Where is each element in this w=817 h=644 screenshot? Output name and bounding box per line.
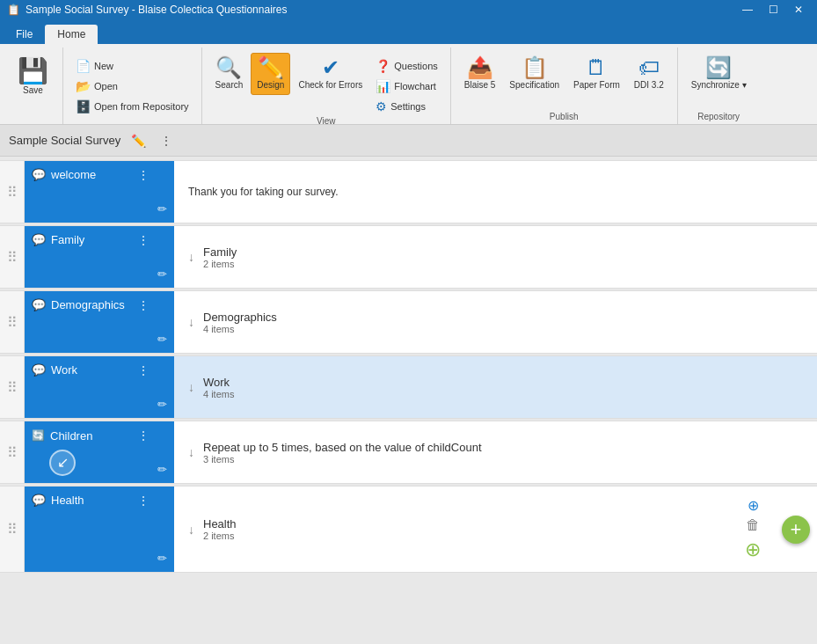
survey-title-bar: Sample Social Survey ✏️ ⋮ <box>0 125 817 157</box>
drag-handle-work[interactable]: ⠿ <box>0 356 25 418</box>
minimize-button[interactable]: — <box>735 2 760 18</box>
health-add-after-button[interactable]: ⊕ <box>745 538 761 561</box>
demographics-title: Demographics <box>203 311 277 324</box>
section-menu-work[interactable]: ⋮ <box>137 363 150 377</box>
sequence-icon-welcome: 💬 <box>32 168 46 181</box>
section-menu-children[interactable]: ⋮ <box>137 428 150 443</box>
specification-button[interactable]: 📋 Specification <box>503 53 565 95</box>
ribbon-group-file: 📄 New 📂 Open 🗄️ Open from Repository <box>63 48 202 124</box>
health-title: Health <box>203 517 237 531</box>
section-edit-demographics[interactable]: ✏ <box>157 333 167 346</box>
survey-title: Sample Social Survey <box>9 134 120 147</box>
tab-home[interactable]: Home <box>45 25 98 44</box>
row-block-health: 💬 Health ⋮ ✏ <box>25 487 174 572</box>
tab-file[interactable]: File <box>4 25 45 44</box>
ribbon-tab-bar: File Home <box>0 19 817 44</box>
health-delete-button[interactable]: 🗑 <box>745 517 761 533</box>
search-button[interactable]: 🔍 Search <box>209 53 250 95</box>
row-block-work: 💬 Work ⋮ ✏ <box>25 356 174 418</box>
table-row: ⠿ 💬 Health ⋮ ✏ ↓ Health 2 items ⊕ 🗑 ⊕ <box>0 486 817 573</box>
save-button[interactable]: 💾 Save <box>11 53 55 99</box>
title-bar-left: 📋 Sample Social Survey - Blaise Colectic… <box>7 4 287 16</box>
drag-handle-demographics[interactable]: ⠿ <box>0 291 25 353</box>
settings-icon: ⚙ <box>376 99 387 113</box>
ribbon-view-items: 🔍 Search ✏️ Design ✔ Check for Errors ❓ … <box>209 49 443 116</box>
section-edit-work[interactable]: ✏ <box>157 398 167 411</box>
ribbon-group-publish: 📤 Blaise 5 📋 Specification 🗒 Paper Form … <box>451 48 678 124</box>
ribbon-save-items: 💾 Save <box>11 49 55 124</box>
check-errors-button[interactable]: ✔ Check for Errors <box>292 53 368 95</box>
sequence-icon-work: 💬 <box>32 363 46 377</box>
survey-edit-button[interactable]: ✏️ <box>128 132 150 150</box>
row-block-tag-children: 🔄 Children <box>32 429 92 443</box>
ribbon-file-items: 📄 New 📂 Open 🗄️ Open from Repository <box>70 49 194 121</box>
synchronize-label: Synchronize ▾ <box>691 80 747 91</box>
ribbon-publish-items: 📤 Blaise 5 📋 Specification 🗒 Paper Form … <box>458 49 670 112</box>
section-edit-family[interactable]: ✏ <box>157 267 167 281</box>
title-bar-controls[interactable]: — ☐ ✕ <box>735 2 810 18</box>
drag-handle-welcome[interactable]: ⠿ <box>0 161 25 223</box>
open-repo-button[interactable]: 🗄️ Open from Repository <box>70 97 194 116</box>
row-content-health: ↓ Health 2 items ⊕ 🗑 ⊕ <box>174 487 782 572</box>
row-content-work: ↓ Work 4 items <box>174 356 817 418</box>
row-content-welcome: Thank you for taking our survey. <box>174 161 817 223</box>
children-title: Repeat up to 5 times, based on the value… <box>203 441 482 454</box>
search-label: Search <box>215 80 244 91</box>
blaise5-button[interactable]: 📤 Blaise 5 <box>458 53 502 95</box>
health-actions: ⊕ 🗑 ⊕ <box>745 497 768 561</box>
section-edit-health[interactable]: ✏ <box>157 552 167 565</box>
row-arrow-demographics: ↓ <box>188 315 194 329</box>
close-button[interactable]: ✕ <box>787 2 810 18</box>
section-menu-welcome[interactable]: ⋮ <box>137 168 150 182</box>
open-repo-icon: 🗄️ <box>76 99 91 113</box>
table-row: ⠿ 💬 Family ⋮ ✏ ↓ Family 2 items <box>0 225 817 289</box>
questions-button[interactable]: ❓ Questions <box>370 56 443 76</box>
new-button[interactable]: 📄 New <box>70 56 194 76</box>
synchronize-button[interactable]: 🔄 Synchronize ▾ <box>685 53 753 95</box>
flowchart-icon: 📊 <box>376 79 390 93</box>
design-button[interactable]: ✏️ Design <box>251 53 290 95</box>
row-arrow-family: ↓ <box>188 250 194 264</box>
row-info-health: Health 2 items <box>203 517 237 541</box>
drag-handle-children[interactable]: ⠿ <box>0 421 25 483</box>
section-label-children: Children <box>50 429 92 443</box>
section-label-health: Health <box>51 494 84 507</box>
settings-button[interactable]: ⚙ Settings <box>370 97 443 116</box>
flowchart-button[interactable]: 📊 Flowchart <box>370 77 443 96</box>
design-label: Design <box>257 80 284 91</box>
paper-form-button[interactable]: 🗒 Paper Form <box>567 53 626 95</box>
section-menu-demographics[interactable]: ⋮ <box>137 298 150 312</box>
new-label: New <box>94 61 113 71</box>
row-content-demographics: ↓ Demographics 4 items <box>174 291 817 353</box>
sequence-icon-health: 💬 <box>32 494 46 507</box>
row-arrow-health: ↓ <box>188 523 194 537</box>
section-edit-welcome[interactable]: ✏ <box>157 202 167 216</box>
section-menu-health[interactable]: ⋮ <box>137 494 150 508</box>
save-label: Save <box>23 85 43 95</box>
table-row: ⠿ 💬 welcome ⋮ ✏ Thank you for taking our… <box>0 160 817 223</box>
row-block-demographics: 💬 Demographics ⋮ ✏ <box>25 291 174 353</box>
health-add-button[interactable]: ⊕ <box>745 497 761 514</box>
flowchart-label: Flowchart <box>394 81 436 91</box>
family-title: Family <box>203 245 237 259</box>
blaise5-icon: 📤 <box>467 57 493 78</box>
row-info-demographics: Demographics 4 items <box>203 311 277 334</box>
maximize-button[interactable]: ☐ <box>762 2 785 18</box>
section-edit-children[interactable]: ✏ <box>157 463 167 476</box>
work-title: Work <box>203 376 234 389</box>
open-button[interactable]: 📂 Open <box>70 77 194 96</box>
ribbon-repository-items: 🔄 Synchronize ▾ <box>685 49 753 112</box>
questions-label: Questions <box>394 61 438 71</box>
add-section-fab[interactable]: + <box>782 516 810 544</box>
ddi32-button[interactable]: 🏷 DDI 3.2 <box>628 53 670 95</box>
drag-handle-family[interactable]: ⠿ <box>0 226 25 288</box>
title-bar: 📋 Sample Social Survey - Blaise Colectic… <box>0 0 817 19</box>
survey-menu-button[interactable]: ⋮ <box>157 132 176 150</box>
open-label: Open <box>94 81 118 91</box>
sequence-icon-demographics: 💬 <box>32 298 46 311</box>
section-menu-family[interactable]: ⋮ <box>137 233 150 247</box>
drag-handle-health[interactable]: ⠿ <box>0 487 25 572</box>
row-arrow-children: ↓ <box>188 445 194 459</box>
work-items: 4 items <box>203 389 234 399</box>
row-info-work: Work 4 items <box>203 376 234 399</box>
